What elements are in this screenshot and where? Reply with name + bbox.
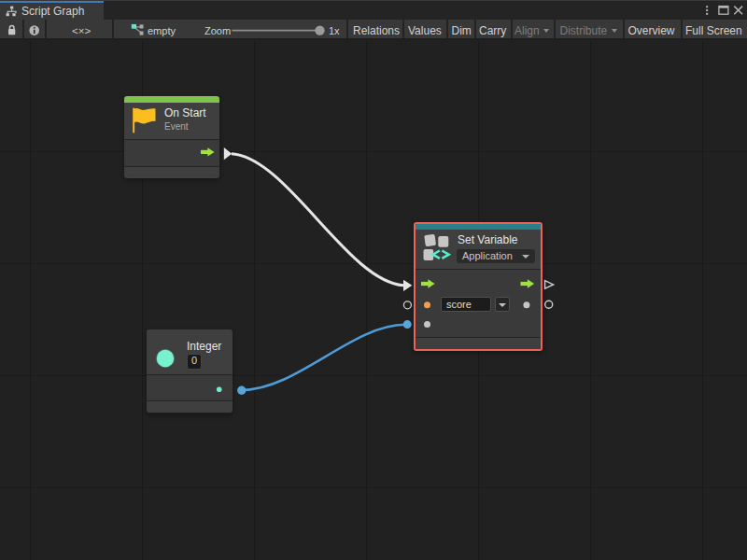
svg-text:<×>: <×> <box>72 25 91 36</box>
